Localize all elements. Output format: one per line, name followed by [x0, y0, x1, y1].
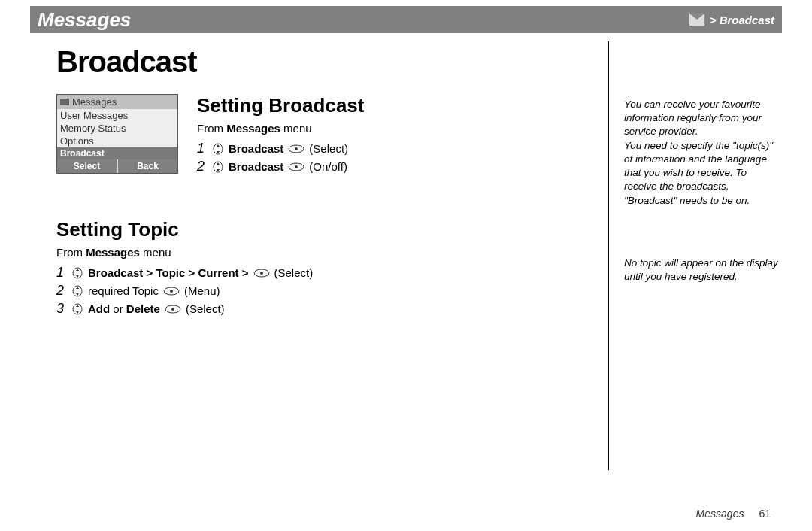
- step-2: 2 required Topic (Menu): [56, 283, 598, 299]
- from-menu-text: From Messages menu: [197, 122, 598, 135]
- footer-section-label: Messages: [696, 508, 744, 520]
- svg-point-5: [295, 165, 298, 168]
- softkey-back: Back: [118, 159, 177, 173]
- phone-menu-list: User Messages Memory Status Options: [57, 109, 177, 147]
- phone-header: Messages: [57, 95, 177, 109]
- step-action: (On/off): [309, 160, 347, 173]
- ok-icon: [288, 144, 304, 154]
- step-action: (Select): [274, 266, 314, 279]
- step-label: Broadcast: [229, 160, 283, 173]
- ok-icon: [253, 268, 270, 278]
- step-label: Add or Delete: [88, 302, 160, 315]
- header-bar: Messages > Broadcast: [30, 6, 782, 33]
- page-title: Broadcast: [56, 45, 598, 79]
- nav-updown-icon: [71, 267, 83, 279]
- step-number: 1: [197, 141, 208, 156]
- sidebar-notes: You can receive your favourite informati…: [608, 41, 782, 470]
- section-title: Messages: [38, 8, 131, 32]
- step-label: required Topic: [88, 284, 159, 297]
- phone-selected-item: Broadcast: [57, 147, 177, 159]
- ok-icon: [165, 304, 181, 314]
- nav-updown-icon: [212, 161, 224, 173]
- side-note-2: No topic will appear on the display unti…: [624, 256, 782, 284]
- setting-broadcast-heading: Setting Broadcast: [197, 94, 598, 117]
- phone-mail-icon: [60, 99, 69, 105]
- side-note-1: You can receive your favourite informati…: [624, 98, 782, 208]
- phone-softkeys: Select Back: [57, 159, 177, 173]
- step-number: 3: [56, 301, 67, 317]
- nav-updown-icon: [212, 143, 224, 155]
- setting-topic-section: Setting Topic From Messages menu 1 Broad…: [56, 218, 598, 317]
- phone-screenshot: Messages User Messages Memory Status Opt…: [56, 94, 178, 174]
- setting-broadcast-content: Setting Broadcast From Messages menu 1 B…: [197, 94, 598, 177]
- step-label: Broadcast > Topic > Current >: [88, 266, 249, 279]
- setting-topic-heading: Setting Topic: [56, 218, 598, 241]
- step-action: (Select): [186, 302, 225, 315]
- page-footer: Messages 61: [696, 508, 771, 520]
- mail-icon: [689, 13, 705, 26]
- setting-broadcast-section: Messages User Messages Memory Status Opt…: [56, 94, 598, 177]
- step-number: 2: [197, 159, 208, 174]
- svg-point-14: [171, 308, 174, 311]
- main-content: Broadcast Messages User Messages Memory …: [56, 41, 598, 319]
- step-number: 1: [56, 265, 67, 281]
- svg-point-11: [170, 290, 173, 293]
- svg-point-8: [260, 272, 263, 275]
- step-action: (Menu): [184, 284, 220, 297]
- nav-updown-icon: [71, 285, 83, 297]
- ok-icon: [288, 162, 304, 172]
- nav-updown-icon: [71, 303, 83, 315]
- phone-item: Memory Status: [57, 122, 177, 135]
- phone-title: Messages: [72, 96, 117, 108]
- breadcrumb: > Broadcast: [689, 13, 774, 26]
- step-label: Broadcast: [229, 142, 283, 155]
- page-number: 61: [759, 508, 771, 520]
- from-menu-text: From Messages menu: [56, 246, 598, 259]
- ok-icon: [163, 286, 180, 296]
- step-2: 2 Broadcast (On/off): [197, 159, 598, 174]
- breadcrumb-text: > Broadcast: [710, 14, 774, 26]
- phone-item: User Messages: [57, 109, 177, 122]
- phone-item: Options: [57, 135, 177, 147]
- step-1: 1 Broadcast (Select): [197, 141, 598, 156]
- step-3: 3 Add or Delete (Select): [56, 301, 598, 317]
- step-action: (Select): [309, 142, 348, 155]
- softkey-select: Select: [57, 159, 118, 173]
- step-number: 2: [56, 283, 67, 299]
- svg-point-2: [295, 147, 298, 150]
- step-1: 1 Broadcast > Topic > Current > (Select): [56, 265, 598, 281]
